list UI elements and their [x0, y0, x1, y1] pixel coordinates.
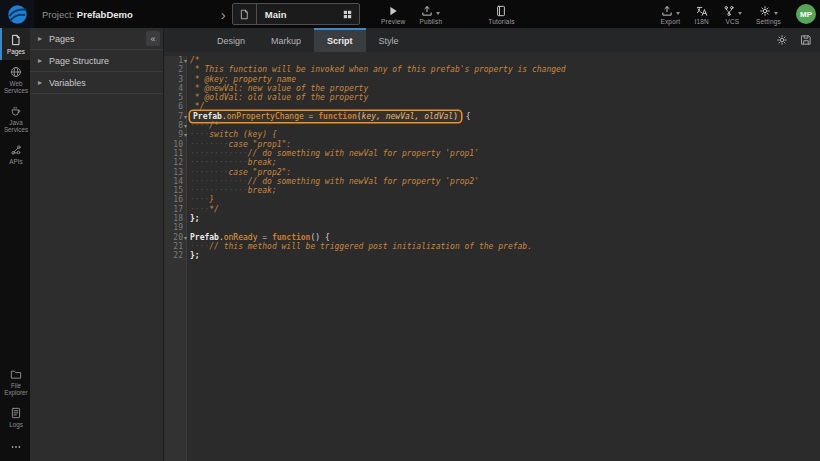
code-line-15[interactable]: ············break; [190, 186, 820, 195]
line-number: 14 [164, 177, 186, 186]
line-number: 16 [164, 195, 186, 204]
code-token: = [304, 112, 318, 121]
sidebar-item-java-services[interactable]: Java Services [0, 99, 30, 138]
settings-label: Settings [756, 18, 781, 25]
sidebar-item-pages[interactable]: Pages [0, 28, 30, 60]
code-line-7[interactable]: Prefab.onPropertyChange = function(key, … [190, 112, 820, 121]
code-token: onReady [224, 233, 258, 242]
code-token: () { [310, 233, 329, 242]
code-line-20[interactable]: Prefab.onReady = function() { [190, 233, 820, 242]
code-line-17[interactable]: ····*/ [190, 205, 820, 214]
panel-section-pages[interactable]: ▸Pages [30, 28, 163, 50]
code-line-11[interactable]: ············// do something with newVal … [190, 149, 820, 158]
panel-section-page-structure[interactable]: ▸Page Structure [30, 50, 163, 72]
code-token: /* [209, 121, 219, 130]
settings-button[interactable]: Settings [749, 0, 788, 28]
line-number: 6 [164, 102, 186, 111]
fold-toggle-icon[interactable]: ▾ [184, 121, 187, 130]
code-token: key, newVal, oldVal [362, 112, 454, 121]
code-line-22[interactable]: }; [190, 251, 820, 260]
preview-button[interactable]: Preview [374, 0, 413, 28]
export-button[interactable]: Export [653, 0, 687, 28]
page-icon [10, 34, 22, 46]
wavemaker-logo-icon [7, 4, 28, 25]
code-line-3[interactable]: * @key: property name [190, 75, 820, 84]
left-icon-rail: PagesWeb ServicesJava ServicesAPIsFile E… [0, 28, 30, 461]
code-line-9[interactable]: ····switch (key) { [190, 130, 820, 139]
tab-style[interactable]: Style [366, 28, 412, 52]
sidebar-item-file-explorer[interactable]: File Explorer [0, 362, 30, 401]
panel-collapse-button[interactable]: « [146, 31, 160, 46]
code-token: { [461, 112, 471, 121]
line-number: 11 [164, 149, 186, 158]
wavemaker-logo[interactable] [0, 0, 34, 28]
code-line-16[interactable]: ····} [190, 195, 820, 204]
code-token: // do something with newVal for property… [248, 177, 479, 186]
fold-toggle-icon[interactable]: ▾ [184, 112, 187, 121]
sidebar-item-web-services[interactable]: Web Services [0, 60, 30, 99]
fold-toggle-icon[interactable]: ▾ [184, 233, 187, 242]
code-token: }; [190, 214, 200, 223]
sidebar-item-label: Java Services [2, 119, 30, 133]
sidebar-item-label: Web Services [2, 80, 30, 94]
sidebar-item-label: File Explorer [2, 382, 30, 396]
code-line-13[interactable]: ········case "prop2": [190, 168, 820, 177]
gear-icon[interactable] [776, 34, 788, 46]
code-line-14[interactable]: ············// do something with newVal … [190, 177, 820, 186]
code-line-4[interactable]: * @newVal: new value of the property [190, 84, 820, 93]
project-label: Project: [42, 9, 74, 20]
code-line-10[interactable]: ········case "prop1": [190, 140, 820, 149]
code-line-1[interactable]: /* [190, 56, 820, 65]
left-panel: « ▸Pages▸Page Structure▸Variables [30, 28, 164, 461]
sidebar-item-label: Logs [2, 421, 30, 428]
vcs-button[interactable]: VCS [716, 0, 749, 28]
logs-icon [10, 407, 22, 419]
code-line-8[interactable]: ····/* [190, 121, 820, 130]
page-selector[interactable]: Main [232, 3, 360, 25]
code-token: * @oldVal: old value of the property [190, 93, 368, 102]
i18n-button[interactable]: I18N [687, 0, 716, 28]
code-line-2[interactable]: * This function will be invoked when any… [190, 65, 820, 74]
line-number: 3 [164, 75, 186, 84]
fold-toggle-icon[interactable]: ▾ [184, 130, 187, 139]
code-token: switch (key) { [209, 130, 276, 139]
ellipsis-icon [10, 441, 22, 453]
code-area[interactable]: /* * This function will be invoked when … [187, 56, 820, 461]
code-editor[interactable]: 1▾234567▾8▾9▾1011121314151617181920▾2122… [164, 52, 820, 461]
code-line-12[interactable]: ············break; [190, 158, 820, 167]
sidebar-item-more[interactable] [0, 433, 30, 461]
code-token: break; [248, 186, 277, 195]
code-line-19[interactable] [190, 223, 820, 232]
code-token: * This function will be invoked when any… [190, 65, 566, 74]
tab-script[interactable]: Script [314, 28, 366, 52]
sidebar-item-apis[interactable]: APIs [0, 138, 30, 170]
code-token: function [272, 233, 311, 242]
code-token: ············ [190, 177, 248, 186]
sidebar-item-logs[interactable]: Logs [0, 401, 30, 433]
code-token: ············ [190, 158, 248, 167]
export-icon [661, 5, 673, 17]
globe-icon [10, 66, 22, 78]
code-token: ············ [190, 186, 248, 195]
folder-icon [10, 368, 22, 380]
line-number-gutter: 1▾234567▾8▾9▾1011121314151617181920▾2122 [164, 56, 187, 461]
code-token: function [318, 112, 357, 121]
code-token: ············ [190, 149, 248, 158]
publish-button[interactable]: Publish [413, 0, 450, 28]
code-line-21[interactable]: ····// this method will be triggered pos… [190, 242, 820, 251]
tutorials-button[interactable]: Tutorials [481, 0, 521, 28]
code-line-18[interactable]: }; [190, 214, 820, 223]
save-icon[interactable] [800, 34, 812, 46]
tab-markup[interactable]: Markup [258, 28, 314, 52]
code-token: ···· [190, 121, 209, 130]
avatar[interactable]: MP [796, 4, 816, 24]
grid-icon[interactable] [337, 9, 359, 20]
code-token: * @key: property name [190, 75, 296, 84]
panel-section-variables[interactable]: ▸Variables [30, 72, 163, 94]
caret-right-icon: ▸ [38, 34, 42, 43]
fold-toggle-icon[interactable]: ▾ [184, 56, 187, 65]
chevron-down-icon [738, 12, 742, 15]
code-line-5[interactable]: * @oldVal: old value of the property [190, 93, 820, 102]
breadcrumb-chevron-icon: › [221, 7, 226, 22]
tab-design[interactable]: Design [204, 28, 258, 52]
